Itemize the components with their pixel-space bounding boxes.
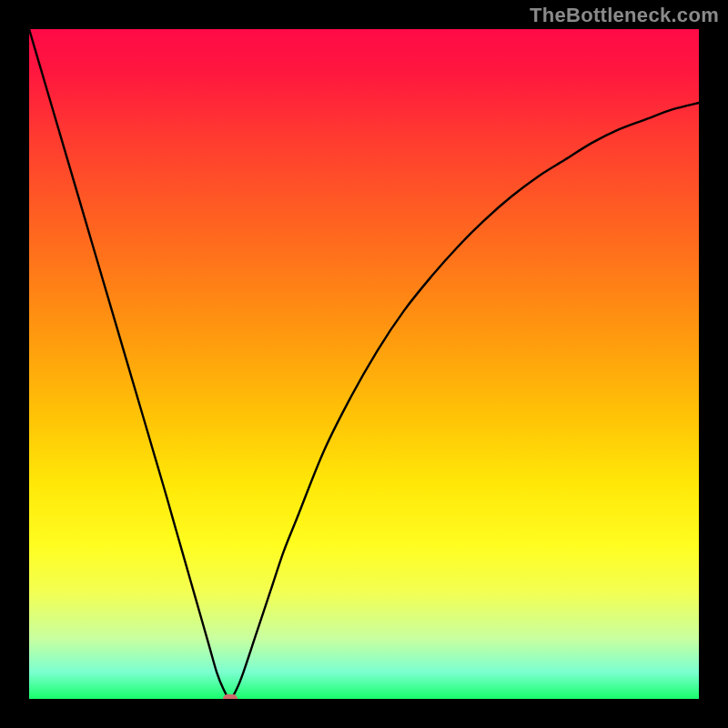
chart-frame: TheBottleneck.com: [0, 0, 728, 728]
plot-area: [29, 29, 699, 699]
bottleneck-curve: [29, 29, 699, 699]
watermark-label: TheBottleneck.com: [530, 4, 719, 27]
curve-layer: [29, 29, 699, 699]
min-marker: [223, 694, 238, 699]
